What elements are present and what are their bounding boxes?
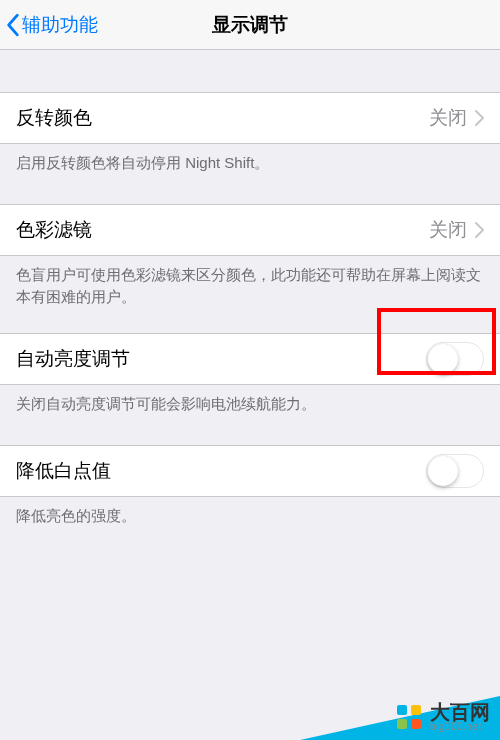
footer-auto-brightness: 关闭自动亮度调节可能会影响电池续航能力。 [0, 385, 500, 415]
cell-right: 关闭 [429, 217, 484, 243]
chevron-right-icon [475, 110, 484, 126]
row-invert-colors[interactable]: 反转颜色 关闭 [0, 92, 500, 144]
spacer [0, 174, 500, 204]
svg-rect-3 [411, 719, 421, 729]
chevron-right-icon [475, 222, 484, 238]
footer-invert: 启用反转颜色将自动停用 Night Shift。 [0, 144, 500, 174]
watermark-text: 大百网 big100.net [430, 702, 490, 732]
watermark: 大百网 big100.net [394, 702, 490, 732]
watermark-name: 大百网 [430, 702, 490, 722]
cell-label: 自动亮度调节 [16, 346, 130, 372]
back-button[interactable]: 辅助功能 [0, 12, 98, 38]
footer-filter: 色盲用户可使用色彩滤镜来区分颜色，此功能还可帮助在屏幕上阅读文本有困难的用户。 [0, 256, 500, 308]
navbar: 辅助功能 显示调节 [0, 0, 500, 50]
row-color-filter[interactable]: 色彩滤镜 关闭 [0, 204, 500, 256]
logo-icon [394, 702, 424, 732]
back-label: 辅助功能 [22, 12, 98, 38]
chevron-left-icon [6, 13, 20, 37]
page-title: 显示调节 [212, 12, 288, 38]
row-reduce-white-point: 降低白点值 [0, 445, 500, 497]
cell-label: 反转颜色 [16, 105, 92, 131]
cell-right: 关闭 [429, 105, 484, 131]
auto-brightness-switch[interactable] [426, 342, 484, 376]
spacer [0, 307, 500, 333]
spacer [0, 50, 500, 92]
cell-label: 降低白点值 [16, 458, 111, 484]
row-auto-brightness: 自动亮度调节 [0, 333, 500, 385]
spacer [0, 415, 500, 445]
watermark-domain: big100.net [430, 722, 490, 732]
footer-reduce-white: 降低亮色的强度。 [0, 497, 500, 527]
svg-rect-1 [411, 705, 421, 715]
cell-value: 关闭 [429, 217, 467, 243]
svg-rect-2 [397, 719, 407, 729]
switch-knob [428, 456, 458, 486]
cell-value: 关闭 [429, 105, 467, 131]
cell-label: 色彩滤镜 [16, 217, 92, 243]
reduce-white-switch[interactable] [426, 454, 484, 488]
switch-knob [428, 344, 458, 374]
svg-rect-0 [397, 705, 407, 715]
